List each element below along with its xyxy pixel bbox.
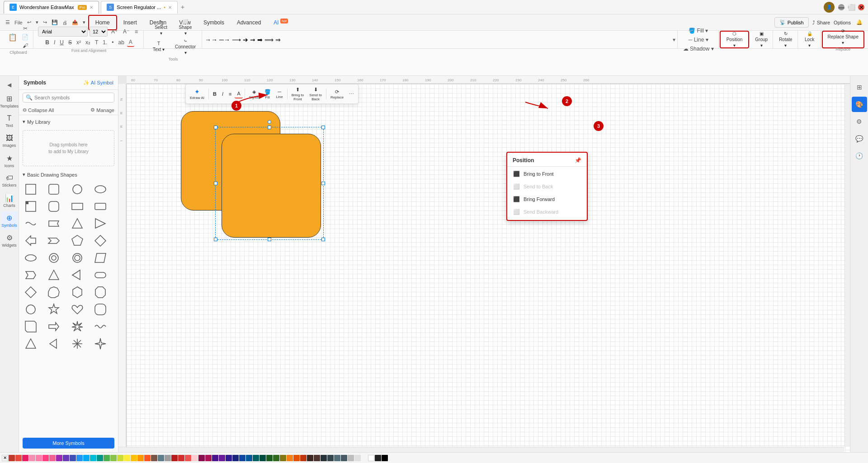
ft-fill-button[interactable]: 🪣 Fill xyxy=(262,88,273,101)
cs-27[interactable] xyxy=(348,455,354,461)
cs-5[interactable] xyxy=(198,455,205,461)
shape-circle-sm[interactable] xyxy=(23,301,39,318)
shape-asterisk[interactable] xyxy=(69,336,85,352)
cs-18[interactable] xyxy=(287,455,293,461)
shape-rounded-corner[interactable] xyxy=(46,198,62,215)
shape-ellipse-outline[interactable] xyxy=(92,181,108,197)
collapse-all-button[interactable]: ⊖ Collapse All xyxy=(23,107,54,113)
ordered-list-button[interactable]: 1. xyxy=(101,38,109,47)
shape-tri-outline[interactable] xyxy=(23,336,39,352)
handle-bottom-center[interactable] xyxy=(268,238,271,241)
more-qa-button[interactable]: ▾ xyxy=(81,18,87,27)
options-button[interactable]: Options xyxy=(834,20,851,25)
sidebar-images-button[interactable]: 🖼 Images xyxy=(1,132,18,150)
color-swatch-indigo[interactable] xyxy=(70,455,76,461)
color-swatch-purple[interactable] xyxy=(56,455,62,461)
color-swatch-deeppink[interactable] xyxy=(42,455,49,461)
cs-32[interactable] xyxy=(382,455,388,461)
rp-history-button[interactable]: 🕐 xyxy=(852,148,867,164)
color-swatch-teal[interactable] xyxy=(97,455,103,461)
search-input[interactable] xyxy=(34,95,111,100)
more-symbols-button[interactable]: More Symbols xyxy=(23,438,114,449)
export-button[interactable]: 📤 xyxy=(70,18,80,27)
color-swatch-deeppurple[interactable] xyxy=(63,455,69,461)
horizontal-scrollbar[interactable] xyxy=(118,447,844,452)
underline-button[interactable]: U xyxy=(58,38,66,47)
arrow-style-7[interactable]: ⟹ xyxy=(264,36,274,43)
shape-triangle[interactable] xyxy=(69,215,85,232)
undo-more-button[interactable]: ▾ xyxy=(34,18,40,27)
shape-chevron-left[interactable] xyxy=(23,233,39,249)
cs-24[interactable] xyxy=(327,455,334,461)
color-swatch-yellow[interactable] xyxy=(124,455,130,461)
cs-4[interactable] xyxy=(192,455,198,461)
cs-10[interactable] xyxy=(232,455,239,461)
italic-button[interactable]: I xyxy=(52,38,57,47)
sidebar-templates-button[interactable]: ⊞ Templates xyxy=(1,92,18,110)
shape-square-outline[interactable] xyxy=(23,181,39,197)
color-swatch-darkred[interactable] xyxy=(9,455,15,461)
ft-styles-button[interactable]: ◈ Styles xyxy=(247,88,261,101)
autotext-button[interactable]: ab xyxy=(116,38,126,47)
color-swatch-pink[interactable] xyxy=(22,455,28,461)
cs-17[interactable] xyxy=(280,455,286,461)
shape-ring2[interactable] xyxy=(69,250,85,266)
cs-16[interactable] xyxy=(273,455,279,461)
ft-replace-button[interactable]: ⟳ Replace xyxy=(328,88,346,101)
shape-dropdown-button[interactable]: ⬜ Shape ▾ xyxy=(174,18,197,37)
rp-property-button[interactable]: ⚙ xyxy=(852,114,867,129)
ft-italic-button[interactable]: I xyxy=(220,90,226,98)
shadow-dropdown-button[interactable]: ☁ Shadow ▾ xyxy=(681,45,716,53)
no-fill-swatch[interactable]: ✕ xyxy=(2,455,8,461)
sidebar-charts-button[interactable]: 📊 Charts xyxy=(1,192,18,210)
cs-22[interactable] xyxy=(314,455,320,461)
connector-dropdown-button[interactable]: ⤷ Connector ▾ xyxy=(172,37,199,56)
sidebar-toggle-button[interactable]: ◀ xyxy=(1,80,18,90)
arrow-style-3[interactable]: ⟶ xyxy=(232,36,241,43)
cs-19[interactable] xyxy=(293,455,300,461)
ft-line-button[interactable]: ─ Line xyxy=(274,88,285,100)
menu-tab-advanced[interactable]: Advanced xyxy=(231,16,267,29)
bring-forward-item[interactable]: ⬛ Bring Forward xyxy=(507,193,587,206)
strikethrough-button[interactable]: S xyxy=(66,38,74,47)
font-increase-button[interactable]: A⁺ xyxy=(109,28,119,36)
ft-edraw-ai-button[interactable]: ✦ Edraw AI xyxy=(188,87,207,101)
shape-oval-h[interactable] xyxy=(23,250,39,266)
fill-dropdown-button[interactable]: 🪣 Fill ▾ xyxy=(687,27,710,35)
text-dropdown-button[interactable]: T Text ▾ xyxy=(147,40,170,53)
shape-circle-outline[interactable] xyxy=(69,181,85,197)
arrow-style-5[interactable]: ➞ xyxy=(250,36,255,43)
ft-bringfront-button[interactable]: ⬆ Bring toFront xyxy=(289,85,307,103)
my-library-header[interactable]: ▾ My Library xyxy=(19,117,118,126)
lock-dropdown-button[interactable]: 🔒 Lock ▾ xyxy=(802,30,818,49)
arrow-style-1[interactable]: →→ xyxy=(205,36,217,43)
shape-star4[interactable] xyxy=(92,336,108,352)
rp-style-button[interactable]: 🎨 xyxy=(852,97,867,112)
sidebar-text-button[interactable]: T Text xyxy=(1,112,18,130)
handle-bottom-left[interactable] xyxy=(214,238,217,241)
tab-edrawmax[interactable]: E Wondershare EdrawMax Pro ✕ xyxy=(4,1,99,14)
rp-comment-button[interactable]: 💬 xyxy=(852,131,867,146)
cs-15[interactable] xyxy=(266,455,273,461)
cs-20[interactable] xyxy=(300,455,307,461)
cs-26[interactable] xyxy=(341,455,347,461)
select-dropdown-button[interactable]: ↖ Select ▾ xyxy=(150,18,172,37)
shape-arrow-right[interactable] xyxy=(46,318,62,335)
cs-14[interactable] xyxy=(259,455,266,461)
copy-button[interactable]: 📄 xyxy=(20,33,30,41)
replace-shape-button[interactable]: ⟳ Replace Shape ▾ xyxy=(826,28,861,46)
shape-triangle-right[interactable] xyxy=(92,215,108,232)
arrow-style-4[interactable]: ➔ xyxy=(243,36,248,43)
rp-format-button[interactable]: ⊞ xyxy=(852,80,867,95)
menu-tab-ai[interactable]: AI hot xyxy=(267,15,294,29)
shape-pentagon[interactable] xyxy=(69,233,85,249)
shape-2[interactable] xyxy=(222,134,321,238)
shape-rounded-rect-outline[interactable] xyxy=(46,181,62,197)
publish-button[interactable]: 📡 Publish xyxy=(774,17,809,28)
window-restore-button[interactable]: ⬜ xyxy=(848,4,854,10)
sidebar-symbols-button[interactable]: ⊕ Symbols xyxy=(1,211,18,229)
shape-diamond2[interactable] xyxy=(23,284,39,300)
share-button[interactable]: ⤴ Share xyxy=(812,20,830,25)
cs-25[interactable] xyxy=(334,455,340,461)
cs-7[interactable] xyxy=(212,455,218,461)
